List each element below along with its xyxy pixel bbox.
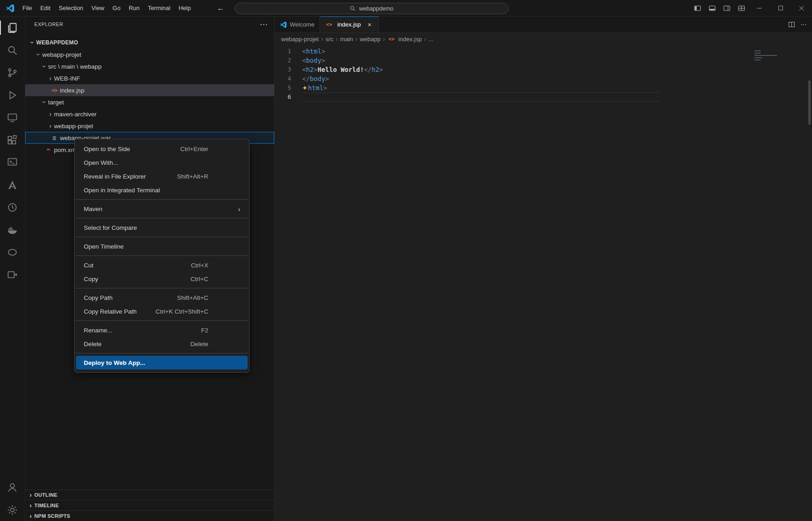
tree-item-label: target bbox=[48, 99, 64, 106]
context-menu-item-delete[interactable]: DeleteDelete bbox=[76, 337, 248, 351]
minimap-line bbox=[754, 50, 761, 51]
split-editor-icon[interactable] bbox=[788, 21, 795, 28]
code-line-4: 4</body> bbox=[275, 74, 812, 83]
command-center-search[interactable]: webappdemo bbox=[235, 3, 509, 14]
menu-help[interactable]: Help bbox=[174, 2, 195, 14]
breadcrumb-item-main[interactable]: main bbox=[340, 36, 353, 43]
section-outline[interactable]: ›OUTLINE bbox=[25, 489, 274, 500]
menu-item-shortcut: Shift+Alt+C bbox=[177, 294, 239, 301]
code-line-3: 3<h2>Hello World!</h2> bbox=[275, 65, 812, 74]
menu-go[interactable]: Go bbox=[108, 2, 125, 14]
titlebar-controls bbox=[690, 0, 812, 16]
breadcrumb-label: index.jsp bbox=[398, 36, 422, 43]
context-menu-item-select-for-compare[interactable]: Select for Compare bbox=[76, 221, 248, 234]
breadcrumb-label: webapp-projet bbox=[281, 36, 319, 43]
back-icon[interactable]: ← bbox=[217, 4, 224, 12]
tree-item-webapp-projet[interactable]: ›webapp-projet bbox=[25, 49, 274, 60]
editor-code[interactable]: 1<html>2<body>3<h2>Hello World!</h2>4</b… bbox=[275, 45, 812, 521]
editor-more-actions-icon[interactable]: ⋯ bbox=[801, 21, 807, 28]
accounts-icon[interactable] bbox=[0, 476, 25, 499]
menu-item-label: Delete bbox=[84, 341, 102, 347]
code-file-icon: <> bbox=[50, 87, 59, 93]
menu-edit[interactable]: Edit bbox=[36, 2, 54, 14]
explorer-icon[interactable] bbox=[0, 16, 25, 39]
more-actions-icon[interactable]: ⋯ bbox=[260, 20, 268, 29]
close-icon[interactable]: × bbox=[365, 21, 374, 28]
toggle-panel-icon[interactable] bbox=[705, 0, 720, 16]
run-and-debug-icon[interactable] bbox=[0, 84, 25, 106]
section-timeline[interactable]: ›TIMELINE bbox=[25, 500, 274, 510]
line-number: 2 bbox=[275, 56, 291, 65]
context-menu-item-reveal-in-file-explorer[interactable]: Reveal in File ExplorerShift+Alt+R bbox=[76, 169, 248, 183]
breadcrumb-label: src bbox=[325, 36, 333, 43]
menu-separator bbox=[75, 353, 249, 353]
breadcrumb-item-webapp[interactable]: webapp bbox=[360, 36, 381, 43]
breadcrumb-item-more[interactable]: ... bbox=[428, 36, 433, 43]
menu-run[interactable]: Run bbox=[125, 2, 144, 14]
submenu-arrow-icon: › bbox=[238, 205, 240, 213]
customize-layout-icon[interactable] bbox=[734, 0, 749, 16]
menu-item-label: Maven bbox=[84, 206, 103, 212]
circle-tool-icon[interactable] bbox=[0, 196, 25, 218]
menu-item-shortcut: Ctrl+Enter bbox=[180, 146, 239, 152]
menu-view[interactable]: View bbox=[87, 2, 108, 14]
context-menu-item-deploy-to-web-app[interactable]: Deploy to Web App... bbox=[76, 356, 248, 369]
context-menu-item-cut[interactable]: CutCtrl+X bbox=[76, 258, 248, 272]
line-number: 1 bbox=[275, 47, 291, 56]
tree-item-index-jsp[interactable]: <>index.jsp bbox=[25, 84, 274, 96]
menu-selection[interactable]: Selection bbox=[54, 2, 87, 14]
tree-item-webapp-projet[interactable]: ›webapp-projet bbox=[25, 120, 274, 132]
menu-item-shortcut: Ctrl+X bbox=[191, 262, 239, 269]
settings-icon[interactable] bbox=[0, 499, 25, 521]
sparkle-icon: ✦ bbox=[302, 84, 308, 92]
extensions-icon[interactable] bbox=[0, 129, 25, 151]
toggle-sidebar-icon[interactable] bbox=[690, 0, 705, 16]
toggle-secondary-sidebar-icon[interactable] bbox=[720, 0, 734, 16]
scrollbar-thumb[interactable] bbox=[808, 81, 811, 125]
oval-tool-icon[interactable] bbox=[0, 241, 25, 263]
tab-index-jsp[interactable]: <>index.jsp× bbox=[320, 16, 379, 33]
minimap[interactable] bbox=[754, 50, 782, 62]
context-menu-item-open-timeline[interactable]: Open Timeline bbox=[76, 239, 248, 253]
tree-item-src-main-webapp[interactable]: ›src \ main \ webapp bbox=[25, 60, 274, 72]
archive-file-icon: ≡ bbox=[50, 135, 59, 141]
context-menu-item-open-with[interactable]: Open With... bbox=[76, 156, 248, 169]
breadcrumb-item-index-jsp[interactable]: <>index.jsp bbox=[387, 36, 422, 43]
dev-container-icon[interactable] bbox=[0, 151, 25, 174]
menu-terminal[interactable]: Terminal bbox=[144, 2, 174, 14]
search-icon[interactable] bbox=[0, 39, 25, 61]
context-menu: Open to the SideCtrl+EnterOpen With...Re… bbox=[74, 139, 249, 373]
tree-item-target[interactable]: ›target bbox=[25, 96, 274, 108]
breadcrumb-item-webapp-projet[interactable]: webapp-projet bbox=[281, 36, 319, 43]
context-menu-item-copy[interactable]: CopyCtrl+C bbox=[76, 272, 248, 286]
maximize-button[interactable] bbox=[770, 0, 791, 16]
section-npm-scripts[interactable]: ›NPM SCRIPTS bbox=[25, 510, 274, 521]
tab-welcome[interactable]: Welcome bbox=[275, 16, 320, 33]
remote-explorer-icon[interactable] bbox=[0, 106, 25, 129]
tree-item-web-inf[interactable]: ›WEB-INF bbox=[25, 72, 274, 84]
docker-icon[interactable] bbox=[0, 218, 25, 241]
menu-file[interactable]: File bbox=[18, 2, 36, 14]
vscode-logo-icon bbox=[5, 4, 15, 13]
context-menu-item-maven[interactable]: Maven› bbox=[76, 202, 248, 216]
azure-icon[interactable] bbox=[0, 174, 25, 196]
tree-item-webappdemo[interactable]: ›WEBAPPDEMO bbox=[25, 37, 274, 49]
menubar: FileEditSelectionViewGoRunTerminalHelp bbox=[18, 2, 195, 14]
menu-item-shortcut: Delete bbox=[190, 341, 239, 347]
code-line-5: 5✦html> bbox=[275, 83, 812, 92]
context-menu-item-open-to-the-side[interactable]: Open to the SideCtrl+Enter bbox=[76, 142, 248, 156]
section-label: NPM SCRIPTS bbox=[34, 513, 70, 519]
minimap-line bbox=[754, 53, 761, 54]
tree-item-maven-archiver[interactable]: ›maven-archiver bbox=[25, 108, 274, 120]
remote-window-icon[interactable] bbox=[0, 263, 25, 286]
context-menu-item-copy-relative-path[interactable]: Copy Relative PathCtrl+K Ctrl+Shift+C bbox=[76, 304, 248, 318]
minimize-button[interactable] bbox=[749, 0, 770, 16]
context-menu-item-rename[interactable]: Rename...F2 bbox=[76, 323, 248, 337]
context-menu-item-open-in-integrated-terminal[interactable]: Open in Integrated Terminal bbox=[76, 183, 248, 197]
breadcrumb-label: main bbox=[340, 36, 353, 43]
context-menu-item-copy-path[interactable]: Copy PathShift+Alt+C bbox=[76, 291, 248, 304]
source-control-icon[interactable] bbox=[0, 61, 25, 84]
close-window-button[interactable] bbox=[791, 0, 812, 16]
menu-separator bbox=[75, 255, 249, 256]
breadcrumb-item-src[interactable]: src bbox=[325, 36, 333, 43]
